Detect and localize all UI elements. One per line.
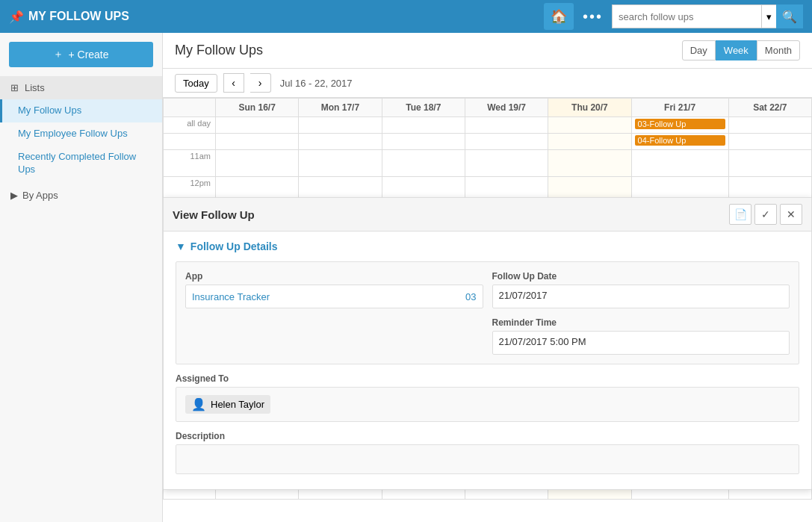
allday-fri-2: 04-Follow Up xyxy=(631,134,728,150)
sidebar-item-my-follow-ups[interactable]: My Follow Ups xyxy=(0,99,162,122)
cell-wed-11am xyxy=(465,150,548,177)
next-button[interactable]: › xyxy=(250,73,271,93)
panel-edit-button[interactable]: 📄 xyxy=(729,204,751,225)
followup-date-label: Follow Up Date xyxy=(492,271,790,282)
more-icon: ••• xyxy=(583,8,603,25)
create-label: + Create xyxy=(68,49,108,60)
sidebar-section-lists: ⊞ Lists My Follow Ups My Employee Follow… xyxy=(0,76,162,181)
create-button[interactable]: ＋ + Create xyxy=(9,42,153,67)
allday-thu-2 xyxy=(548,134,631,150)
spacer xyxy=(185,317,483,355)
time-11am: 11am xyxy=(164,150,216,177)
app-field-group: App Insurance Tracker 03 xyxy=(185,271,483,308)
view-month-button[interactable]: Month xyxy=(757,40,800,60)
sidebar-item-label: My Follow Ups xyxy=(18,105,81,116)
more-button[interactable]: ••• xyxy=(578,8,607,25)
sidebar-by-apps[interactable]: ▶ By Apps xyxy=(0,184,162,206)
followup-date-value: 21/07/2017 xyxy=(492,285,790,308)
cell-sun-11am xyxy=(216,150,299,177)
allday-sun-1 xyxy=(216,117,299,134)
date-range: Jul 16 - 22, 2017 xyxy=(280,78,353,89)
col-tue: Tue 18/7 xyxy=(382,99,465,117)
assigned-section: Assigned To 👤 Helen Taylor xyxy=(176,373,799,422)
allday-row-1: all day 03-Follow Up xyxy=(164,117,812,134)
allday-wed-1 xyxy=(465,117,548,134)
assigned-value: 👤 Helen Taylor xyxy=(176,387,799,422)
grid-icon: ⊞ xyxy=(10,82,19,93)
panel-check-button[interactable]: ✓ xyxy=(754,204,777,225)
panel-close-button[interactable]: ✕ xyxy=(780,204,802,225)
followup-date-field-group: Follow Up Date 21/07/2017 xyxy=(492,271,790,308)
calendar-nav: Today ‹ › Jul 16 - 22, 2017 xyxy=(163,69,812,98)
search-container: ▾ 🔍 xyxy=(612,4,803,28)
sidebar-item-label: Recently Completed Follow Ups xyxy=(18,151,136,175)
app-title-icon: 📌 xyxy=(9,10,24,24)
sidebar-item-recently-completed[interactable]: Recently Completed Follow Ups xyxy=(0,146,162,181)
assigned-person-chip: 👤 Helen Taylor xyxy=(185,395,270,414)
panel-body: ▼ Follow Up Details App Insurance Tracke… xyxy=(164,232,811,489)
header-right: 🏠 ••• ▾ 🔍 xyxy=(544,3,803,30)
sidebar-item-employee-follow-ups[interactable]: My Employee Follow Ups xyxy=(0,122,162,146)
home-button[interactable]: 🏠 xyxy=(544,3,574,30)
description-label: Description xyxy=(176,431,799,441)
col-wed: Wed 19/7 xyxy=(465,99,548,117)
by-apps-label: By Apps xyxy=(22,190,58,201)
cell-sat-11am xyxy=(728,150,811,177)
avatar-icon: 👤 xyxy=(191,397,206,411)
col-fri: Fri 21/7 xyxy=(631,99,728,117)
search-input[interactable] xyxy=(612,4,761,28)
today-button[interactable]: Today xyxy=(175,74,217,93)
app-title-text: MY FOLLOW UPS xyxy=(28,10,129,23)
allday-row-2: 04-Follow Up xyxy=(164,134,812,150)
app-title: 📌 MY FOLLOW UPS xyxy=(9,10,536,24)
app-label: App xyxy=(185,271,483,282)
time-header xyxy=(164,99,216,117)
allday-fri-1: 03-Follow Up xyxy=(631,117,728,134)
toggle-icon: ▼ xyxy=(176,240,186,252)
allday-sun-2 xyxy=(216,134,299,150)
app-num: 03 xyxy=(465,291,476,302)
event-04-follow-up[interactable]: 04-Follow Up xyxy=(635,135,725,146)
left-arrow-icon: ‹ xyxy=(232,77,235,89)
view-toggle: Day Week Month xyxy=(682,40,800,60)
main-layout: ＋ + Create ⊞ Lists My Follow Ups My Empl… xyxy=(0,33,812,522)
app-link[interactable]: Insurance Tracker xyxy=(192,291,270,302)
allday-thu-1 xyxy=(548,117,631,134)
sidebar-lists-header[interactable]: ⊞ Lists xyxy=(0,76,162,99)
top-header: 📌 MY FOLLOW UPS 🏠 ••• ▾ 🔍 xyxy=(0,0,812,33)
reminder-field-group: Reminder Time 21/07/2017 5:00 PM xyxy=(492,317,790,355)
allday-wed-2 xyxy=(465,134,548,150)
row-11am: 11am xyxy=(164,150,812,177)
description-value xyxy=(176,444,799,474)
allday-sat-2 xyxy=(728,134,811,150)
allday-tue-2 xyxy=(382,134,465,150)
description-section: Description xyxy=(176,431,799,474)
col-sat: Sat 22/7 xyxy=(728,99,811,117)
cell-thu-11am xyxy=(548,150,631,177)
view-followup-panel: View Follow Up 📄 ✓ ✕ ▼ Follow Up De xyxy=(163,197,812,490)
prev-button[interactable]: ‹ xyxy=(223,73,244,93)
event-03-follow-up[interactable]: 03-Follow Up xyxy=(635,119,725,129)
reminder-value: 21/07/2017 5:00 PM xyxy=(492,331,790,355)
sidebar: ＋ + Create ⊞ Lists My Follow Ups My Empl… xyxy=(0,33,163,522)
edit-icon: 📄 xyxy=(734,208,747,220)
section-toggle-followup-details[interactable]: ▼ Follow Up Details xyxy=(176,240,799,252)
home-icon: 🏠 xyxy=(551,8,567,25)
app-value: Insurance Tracker 03 xyxy=(185,285,483,308)
allday-label-2 xyxy=(164,134,216,150)
search-go-button[interactable]: 🔍 xyxy=(776,4,803,28)
view-week-button[interactable]: Week xyxy=(716,40,757,60)
col-sun: Sun 16/7 xyxy=(216,99,299,117)
search-dropdown-button[interactable]: ▾ xyxy=(761,4,776,28)
check-icon: ✓ xyxy=(761,208,770,220)
allday-mon-1 xyxy=(299,117,382,134)
allday-label: all day xyxy=(164,117,216,134)
col-thu: Thu 20/7 xyxy=(548,99,631,117)
panel-header: View Follow Up 📄 ✓ ✕ xyxy=(164,198,811,232)
assigned-label: Assigned To xyxy=(176,373,799,384)
cell-mon-11am xyxy=(299,150,382,177)
close-icon: ✕ xyxy=(787,208,796,220)
panel-title: View Follow Up xyxy=(173,208,255,221)
view-day-button[interactable]: Day xyxy=(682,40,716,60)
col-mon: Mon 17/7 xyxy=(299,99,382,117)
